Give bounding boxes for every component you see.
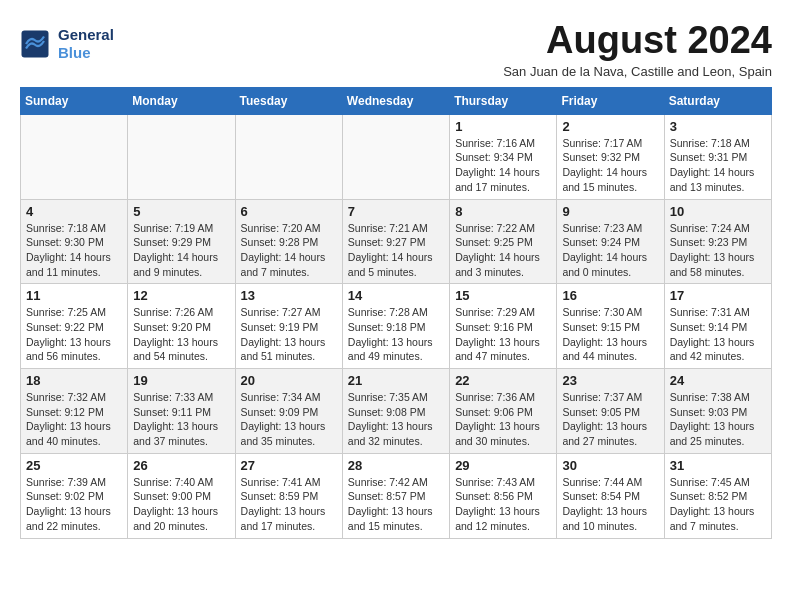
day-info: Sunrise: 7:18 AM Sunset: 9:31 PM Dayligh… <box>670 136 766 195</box>
day-info: Sunrise: 7:26 AM Sunset: 9:20 PM Dayligh… <box>133 305 229 364</box>
day-info: Sunrise: 7:18 AM Sunset: 9:30 PM Dayligh… <box>26 221 122 280</box>
weekday-header-monday: Monday <box>128 87 235 114</box>
day-info: Sunrise: 7:38 AM Sunset: 9:03 PM Dayligh… <box>670 390 766 449</box>
day-info: Sunrise: 7:34 AM Sunset: 9:09 PM Dayligh… <box>241 390 337 449</box>
calendar-cell: 27Sunrise: 7:41 AM Sunset: 8:59 PM Dayli… <box>235 453 342 538</box>
day-number: 5 <box>133 204 229 219</box>
day-info: Sunrise: 7:33 AM Sunset: 9:11 PM Dayligh… <box>133 390 229 449</box>
calendar-cell: 17Sunrise: 7:31 AM Sunset: 9:14 PM Dayli… <box>664 284 771 369</box>
calendar-cell: 30Sunrise: 7:44 AM Sunset: 8:54 PM Dayli… <box>557 453 664 538</box>
day-number: 25 <box>26 458 122 473</box>
weekday-header-wednesday: Wednesday <box>342 87 449 114</box>
logo-blue: Blue <box>58 44 91 61</box>
day-number: 31 <box>670 458 766 473</box>
calendar-cell: 26Sunrise: 7:40 AM Sunset: 9:00 PM Dayli… <box>128 453 235 538</box>
day-info: Sunrise: 7:20 AM Sunset: 9:28 PM Dayligh… <box>241 221 337 280</box>
day-info: Sunrise: 7:27 AM Sunset: 9:19 PM Dayligh… <box>241 305 337 364</box>
week-row-5: 25Sunrise: 7:39 AM Sunset: 9:02 PM Dayli… <box>21 453 772 538</box>
calendar-cell: 8Sunrise: 7:22 AM Sunset: 9:25 PM Daylig… <box>450 199 557 284</box>
location-label: San Juan de la Nava, Castille and Leon, … <box>503 64 772 79</box>
day-number: 22 <box>455 373 551 388</box>
calendar-cell: 21Sunrise: 7:35 AM Sunset: 9:08 PM Dayli… <box>342 369 449 454</box>
calendar-cell: 11Sunrise: 7:25 AM Sunset: 9:22 PM Dayli… <box>21 284 128 369</box>
day-info: Sunrise: 7:45 AM Sunset: 8:52 PM Dayligh… <box>670 475 766 534</box>
day-number: 9 <box>562 204 658 219</box>
day-number: 2 <box>562 119 658 134</box>
day-info: Sunrise: 7:31 AM Sunset: 9:14 PM Dayligh… <box>670 305 766 364</box>
day-info: Sunrise: 7:35 AM Sunset: 9:08 PM Dayligh… <box>348 390 444 449</box>
calendar-cell <box>342 114 449 199</box>
calendar-cell: 25Sunrise: 7:39 AM Sunset: 9:02 PM Dayli… <box>21 453 128 538</box>
calendar-cell: 3Sunrise: 7:18 AM Sunset: 9:31 PM Daylig… <box>664 114 771 199</box>
logo: General Blue <box>20 26 114 62</box>
day-number: 21 <box>348 373 444 388</box>
day-info: Sunrise: 7:44 AM Sunset: 8:54 PM Dayligh… <box>562 475 658 534</box>
day-info: Sunrise: 7:30 AM Sunset: 9:15 PM Dayligh… <box>562 305 658 364</box>
day-number: 18 <box>26 373 122 388</box>
week-row-2: 4Sunrise: 7:18 AM Sunset: 9:30 PM Daylig… <box>21 199 772 284</box>
weekday-header-thursday: Thursday <box>450 87 557 114</box>
day-number: 27 <box>241 458 337 473</box>
week-row-1: 1Sunrise: 7:16 AM Sunset: 9:34 PM Daylig… <box>21 114 772 199</box>
day-number: 24 <box>670 373 766 388</box>
day-number: 26 <box>133 458 229 473</box>
day-number: 28 <box>348 458 444 473</box>
calendar-cell: 19Sunrise: 7:33 AM Sunset: 9:11 PM Dayli… <box>128 369 235 454</box>
day-number: 29 <box>455 458 551 473</box>
calendar-cell: 29Sunrise: 7:43 AM Sunset: 8:56 PM Dayli… <box>450 453 557 538</box>
calendar-cell: 22Sunrise: 7:36 AM Sunset: 9:06 PM Dayli… <box>450 369 557 454</box>
day-info: Sunrise: 7:41 AM Sunset: 8:59 PM Dayligh… <box>241 475 337 534</box>
day-number: 30 <box>562 458 658 473</box>
day-info: Sunrise: 7:39 AM Sunset: 9:02 PM Dayligh… <box>26 475 122 534</box>
day-number: 3 <box>670 119 766 134</box>
day-number: 13 <box>241 288 337 303</box>
logo-general: General <box>58 26 114 43</box>
day-number: 7 <box>348 204 444 219</box>
title-section: August 2024 San Juan de la Nava, Castill… <box>503 20 772 79</box>
day-info: Sunrise: 7:43 AM Sunset: 8:56 PM Dayligh… <box>455 475 551 534</box>
day-info: Sunrise: 7:17 AM Sunset: 9:32 PM Dayligh… <box>562 136 658 195</box>
day-info: Sunrise: 7:25 AM Sunset: 9:22 PM Dayligh… <box>26 305 122 364</box>
calendar-cell: 23Sunrise: 7:37 AM Sunset: 9:05 PM Dayli… <box>557 369 664 454</box>
day-info: Sunrise: 7:22 AM Sunset: 9:25 PM Dayligh… <box>455 221 551 280</box>
day-info: Sunrise: 7:23 AM Sunset: 9:24 PM Dayligh… <box>562 221 658 280</box>
weekday-header-friday: Friday <box>557 87 664 114</box>
day-number: 15 <box>455 288 551 303</box>
calendar-cell: 7Sunrise: 7:21 AM Sunset: 9:27 PM Daylig… <box>342 199 449 284</box>
weekday-header-sunday: Sunday <box>21 87 128 114</box>
calendar-cell <box>21 114 128 199</box>
day-number: 11 <box>26 288 122 303</box>
calendar-cell: 31Sunrise: 7:45 AM Sunset: 8:52 PM Dayli… <box>664 453 771 538</box>
day-info: Sunrise: 7:28 AM Sunset: 9:18 PM Dayligh… <box>348 305 444 364</box>
day-number: 16 <box>562 288 658 303</box>
day-number: 12 <box>133 288 229 303</box>
day-number: 10 <box>670 204 766 219</box>
day-info: Sunrise: 7:40 AM Sunset: 9:00 PM Dayligh… <box>133 475 229 534</box>
week-row-4: 18Sunrise: 7:32 AM Sunset: 9:12 PM Dayli… <box>21 369 772 454</box>
day-number: 1 <box>455 119 551 134</box>
day-number: 8 <box>455 204 551 219</box>
calendar-cell: 13Sunrise: 7:27 AM Sunset: 9:19 PM Dayli… <box>235 284 342 369</box>
day-info: Sunrise: 7:21 AM Sunset: 9:27 PM Dayligh… <box>348 221 444 280</box>
day-info: Sunrise: 7:42 AM Sunset: 8:57 PM Dayligh… <box>348 475 444 534</box>
day-info: Sunrise: 7:19 AM Sunset: 9:29 PM Dayligh… <box>133 221 229 280</box>
month-year-title: August 2024 <box>503 20 772 62</box>
calendar-cell <box>235 114 342 199</box>
calendar-cell: 24Sunrise: 7:38 AM Sunset: 9:03 PM Dayli… <box>664 369 771 454</box>
calendar-cell: 10Sunrise: 7:24 AM Sunset: 9:23 PM Dayli… <box>664 199 771 284</box>
calendar-cell: 16Sunrise: 7:30 AM Sunset: 9:15 PM Dayli… <box>557 284 664 369</box>
weekday-header-row: SundayMondayTuesdayWednesdayThursdayFrid… <box>21 87 772 114</box>
calendar-cell: 20Sunrise: 7:34 AM Sunset: 9:09 PM Dayli… <box>235 369 342 454</box>
day-info: Sunrise: 7:16 AM Sunset: 9:34 PM Dayligh… <box>455 136 551 195</box>
day-info: Sunrise: 7:24 AM Sunset: 9:23 PM Dayligh… <box>670 221 766 280</box>
day-number: 4 <box>26 204 122 219</box>
day-info: Sunrise: 7:37 AM Sunset: 9:05 PM Dayligh… <box>562 390 658 449</box>
day-info: Sunrise: 7:32 AM Sunset: 9:12 PM Dayligh… <box>26 390 122 449</box>
calendar-cell: 5Sunrise: 7:19 AM Sunset: 9:29 PM Daylig… <box>128 199 235 284</box>
day-info: Sunrise: 7:36 AM Sunset: 9:06 PM Dayligh… <box>455 390 551 449</box>
calendar-cell: 18Sunrise: 7:32 AM Sunset: 9:12 PM Dayli… <box>21 369 128 454</box>
calendar-cell: 4Sunrise: 7:18 AM Sunset: 9:30 PM Daylig… <box>21 199 128 284</box>
weekday-header-tuesday: Tuesday <box>235 87 342 114</box>
calendar-cell: 15Sunrise: 7:29 AM Sunset: 9:16 PM Dayli… <box>450 284 557 369</box>
day-info: Sunrise: 7:29 AM Sunset: 9:16 PM Dayligh… <box>455 305 551 364</box>
